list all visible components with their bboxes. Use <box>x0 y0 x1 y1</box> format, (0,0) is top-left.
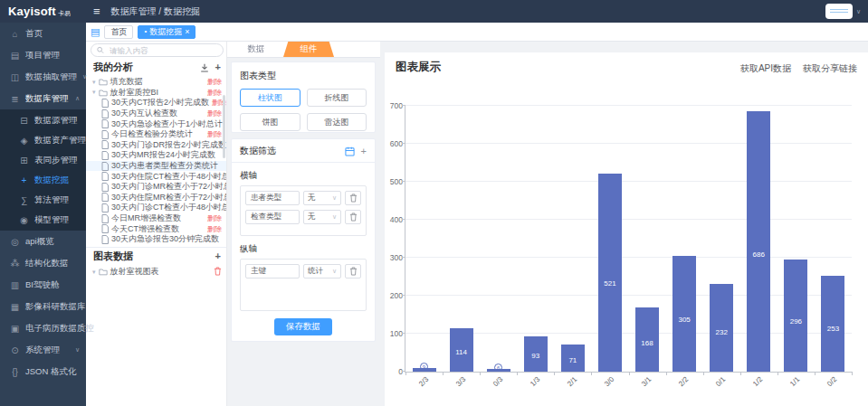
caret-icon[interactable]: ▾ <box>92 89 96 96</box>
scrollbar-thumb[interactable] <box>223 95 225 158</box>
sidebar-item[interactable]: ⁂结构化数据 <box>0 252 86 274</box>
tree-item-label: 30天内住院CT检查小于48小时总计 <box>111 171 226 182</box>
delete-link[interactable]: 删除 <box>207 77 226 87</box>
tree-item[interactable]: ▾放射室质控BI删除 <box>86 88 226 99</box>
sidebar-item-label: 数据源管理 <box>34 115 78 127</box>
divider <box>232 162 375 163</box>
chart-type-button[interactable]: 柱状图 <box>240 89 300 107</box>
sidebar-item[interactable]: ▤项目管理 <box>0 44 86 66</box>
tree-item[interactable]: 30天内互认检查数删除 <box>86 109 226 119</box>
bar[interactable]: 305 <box>672 256 696 372</box>
hamburger-icon[interactable]: ≡ <box>93 5 100 18</box>
x-axis-tick <box>517 372 518 375</box>
sidebar-item[interactable]: ≣数据库管理∧ <box>0 88 86 109</box>
sidebar-item[interactable]: ◫数据抽取管理∨ <box>0 66 86 88</box>
analysis-tree-panel: 我的分析 + ▾填充数据删除▾放射室质控BI删除30天内CT报告2小时完成数删除… <box>86 41 227 406</box>
sidebar-item[interactable]: ▥BI驾驶舱 <box>0 274 86 296</box>
tree-item[interactable]: 30天内住院MR检查小于72小时总计 <box>86 193 226 203</box>
sidebar-item[interactable]: ∑算法管理 <box>0 190 86 210</box>
tab-list-icon[interactable]: ▤ <box>91 26 100 38</box>
remove-axis-button[interactable] <box>345 264 361 279</box>
sidebar-item[interactable]: ◎api概览 <box>0 231 86 252</box>
tree-item[interactable]: 30天内门诊MR检查小于72小时总计 <box>86 182 226 193</box>
chart-data-header: 图表数据 + <box>93 250 221 263</box>
caret-icon[interactable]: ▾ <box>92 269 96 276</box>
bar[interactable] <box>487 369 510 372</box>
axis-aggregation-select[interactable]: 无∨ <box>303 210 341 224</box>
chevron-down-icon[interactable]: ∨ <box>856 8 861 15</box>
page-tab[interactable]: •数据挖掘× <box>138 25 196 39</box>
search-input[interactable] <box>108 45 217 56</box>
data-filter-header: 数据筛选 + <box>240 146 367 156</box>
bar[interactable]: 686 <box>747 111 770 372</box>
document-icon <box>101 235 109 244</box>
download-icon[interactable] <box>200 63 209 72</box>
bar[interactable] <box>413 368 436 372</box>
page-tab[interactable]: 首页 <box>104 25 133 39</box>
add-analysis-icon[interactable]: + <box>215 62 221 72</box>
tree-item[interactable]: 30天内急诊报告30分钟完成数 <box>86 234 226 245</box>
close-icon[interactable]: × <box>185 28 189 36</box>
chart-display-title: 图表展示 <box>396 60 441 75</box>
trash-icon[interactable] <box>214 267 226 278</box>
avatar[interactable] <box>825 4 853 19</box>
sidebar-item[interactable]: ▣电子病历数据质控 <box>0 317 86 339</box>
tree-item[interactable]: 30天内急诊检查小于1小时总计 <box>86 118 226 129</box>
component-tab[interactable]: 数据 <box>231 41 281 57</box>
x-axis-tick <box>852 372 853 375</box>
bar[interactable]: 71 <box>561 345 585 372</box>
tree-item[interactable]: 30天内MR报告24小时完成数 <box>86 150 226 161</box>
sidebar-item[interactable]: ⊙系统管理∨ <box>0 339 86 361</box>
chart-type-button[interactable]: 雷达图 <box>307 113 367 131</box>
remove-axis-button[interactable] <box>345 191 361 205</box>
add-filter-icon[interactable]: + <box>361 146 367 156</box>
calendar-icon[interactable] <box>345 146 355 156</box>
tree-item[interactable]: 30天内住院CT检查小于48小时总计 <box>86 171 226 182</box>
caret-icon[interactable]: ▾ <box>92 79 96 86</box>
chart-type-button[interactable]: 折线图 <box>307 89 367 107</box>
axis-field[interactable]: 检查类型 <box>245 210 300 224</box>
bar[interactable]: 296 <box>784 260 807 372</box>
component-tab[interactable]: 组件 <box>283 41 334 57</box>
tree-item[interactable]: 30天内CT报告2小时完成数删除 <box>86 98 226 109</box>
axis-aggregation-select[interactable]: 无∨ <box>303 191 341 205</box>
tree-item[interactable]: ▾填充数据删除 <box>86 77 226 88</box>
tree-item[interactable]: 今日检查检验分类统计删除 <box>86 129 226 140</box>
bar[interactable]: 93 <box>524 336 548 372</box>
sidebar-item[interactable]: ◈数据资产管理 <box>0 130 86 150</box>
bar[interactable]: 232 <box>710 284 733 372</box>
sidebar-item[interactable]: ⊞表同步管理 <box>0 150 86 170</box>
bar[interactable]: 168 <box>635 307 659 372</box>
sidebar-item[interactable]: +数据挖掘 <box>0 170 86 190</box>
get-api-data-link[interactable]: 获取API数据 <box>740 62 791 75</box>
tree-item[interactable]: 30天内门诊DR报告2小时完成数 <box>86 140 226 151</box>
tree-item[interactable]: 30天内患者类型检查分类统计 <box>86 161 226 172</box>
remove-axis-button[interactable] <box>345 210 361 224</box>
bar[interactable]: 521 <box>598 174 622 372</box>
tree-item[interactable]: 今日MR增强检查数删除 <box>86 213 226 224</box>
sidebar-item[interactable]: ◉模型管理 <box>0 210 86 230</box>
axis-field[interactable]: 患者类型 <box>245 191 300 205</box>
delete-link[interactable]: 删除 <box>207 213 226 223</box>
tree-item[interactable]: 今天CT增强检查数删除 <box>86 223 226 234</box>
sidebar-item[interactable]: ▦影像科研数据库 <box>0 296 86 317</box>
get-share-link[interactable]: 获取分享链接 <box>803 62 857 75</box>
emr-icon: ▣ <box>10 324 20 334</box>
component-tabs: 数据组件 <box>226 41 380 58</box>
sidebar-item[interactable]: ⊟数据源管理 <box>0 110 86 130</box>
axis-field[interactable]: 主键 <box>245 264 300 279</box>
axis-aggregation-select[interactable]: 统计∨ <box>303 264 341 279</box>
tree-item[interactable]: ▾放射室视图表 <box>86 267 226 278</box>
add-chart-icon[interactable]: + <box>215 251 221 261</box>
sidebar-item[interactable]: ⌂首页 <box>0 23 86 44</box>
delete-link[interactable]: 删除 <box>207 224 226 234</box>
bar-chart-plot: 010020030040050060070092/31143/360/3931/… <box>405 106 852 373</box>
bar[interactable]: 114 <box>450 328 473 372</box>
tree-item[interactable]: 30天内门诊CT检查小于48小时总计 <box>86 203 226 213</box>
save-data-button[interactable]: 保存数据 <box>274 318 332 335</box>
y-axis-tick-label: 400 <box>386 215 403 224</box>
bar[interactable]: 253 <box>821 276 844 372</box>
sidebar-item[interactable]: {}JSON 格式化 <box>0 361 86 382</box>
chart-type-button[interactable]: 饼图 <box>240 113 300 131</box>
tree-item-label: 30天内住院MR检查小于72小时总计 <box>111 193 226 203</box>
